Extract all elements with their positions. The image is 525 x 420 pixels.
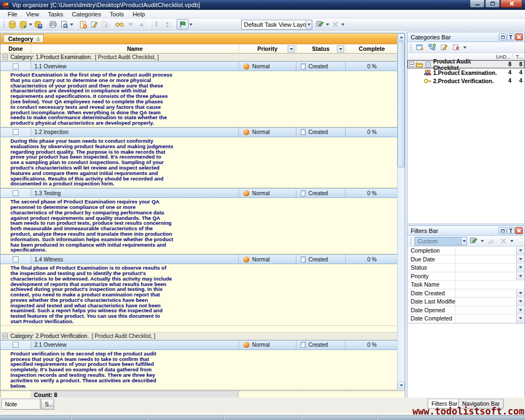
print-icon[interactable] xyxy=(48,19,59,30)
tree-row-verification[interactable]: 2.Product Verification. 4 4 xyxy=(407,77,524,85)
filter-value-field[interactable] xyxy=(456,272,516,281)
column-header-name[interactable]: Name xyxy=(31,44,238,53)
delete-category-icon[interactable] xyxy=(451,42,462,52)
task-view-layout-combo[interactable]: Default Task View Layout xyxy=(241,20,312,30)
column-header-complete[interactable]: Complete xyxy=(345,44,398,53)
note-tab[interactable]: Note xyxy=(1,399,40,410)
priority-normal-icon xyxy=(243,190,249,196)
column-undone[interactable]: UnD... xyxy=(496,53,512,60)
maximize-button[interactable] xyxy=(485,0,500,8)
filter-value-field[interactable] xyxy=(456,314,516,323)
column-header-priority[interactable]: Priority xyxy=(238,44,296,53)
scroll-up-icon[interactable] xyxy=(398,33,405,41)
done-checkbox[interactable] xyxy=(13,129,19,135)
task-row-1-1[interactable]: 1.1 Overview Normal Created 0 % xyxy=(1,61,398,71)
menu-file[interactable]: File xyxy=(3,11,22,18)
save-filter-icon[interactable] xyxy=(468,236,479,246)
tree-row-checklist[interactable]: Product Audit Checklist, 8 8 xyxy=(407,60,524,68)
notifications-flag-icon[interactable] xyxy=(177,19,189,30)
done-checkbox[interactable] xyxy=(13,256,19,262)
save-layout-icon[interactable] xyxy=(314,19,325,30)
filter-dropdown-icon[interactable] xyxy=(516,306,524,314)
edit-task-icon[interactable] xyxy=(89,19,100,30)
filter-dropdown-icon[interactable] xyxy=(516,255,524,264)
tree-row-examination[interactable]: 1.Product Examination. 4 4 xyxy=(407,68,524,77)
filter-preset-dropdown-icon[interactable] xyxy=(461,237,466,245)
filter-row-date-last-modified: Date Last Modified xyxy=(407,298,524,306)
save-layout-dropdown-icon[interactable] xyxy=(325,19,330,30)
filter-value-field[interactable] xyxy=(456,306,516,314)
done-checkbox[interactable] xyxy=(13,342,19,348)
priority-filter-dropdown-icon[interactable] xyxy=(288,45,295,52)
task-row-1-4[interactable]: 1.4 Witness Normal Created 0 % xyxy=(1,254,398,264)
filter-dropdown-icon[interactable] xyxy=(516,298,524,306)
open-database-icon[interactable] xyxy=(18,19,28,30)
new-checklist-icon[interactable] xyxy=(415,42,425,52)
filter-dropdown-icon[interactable] xyxy=(516,272,524,281)
group-by-category-button[interactable]: Category △ xyxy=(3,34,44,43)
filter-value-field[interactable] xyxy=(456,255,516,264)
scroll-down-icon[interactable] xyxy=(398,382,405,389)
menu-tools[interactable]: Tools xyxy=(106,11,129,18)
filter-row-completion: Completion xyxy=(407,247,524,255)
filter-dropdown-icon[interactable] xyxy=(516,289,524,298)
task-row-2-1[interactable]: 2.1 Overview Normal Created 0 % xyxy=(1,340,398,350)
done-checkbox[interactable] xyxy=(13,190,19,196)
layout-combo-dropdown-icon[interactable] xyxy=(306,20,312,29)
new-database-icon[interactable] xyxy=(7,19,18,30)
filter-dropdown-icon[interactable] xyxy=(516,264,524,272)
menu-view[interactable]: View xyxy=(22,11,44,18)
watermark-url: www.todolistsoft.com xyxy=(412,406,524,417)
filter-dropdown-icon[interactable] xyxy=(516,247,524,255)
print-preview-icon[interactable] xyxy=(59,19,69,30)
column-header-status[interactable]: Status xyxy=(296,44,345,53)
collapse-group-icon[interactable] xyxy=(3,334,8,339)
scrollbar-thumb[interactable] xyxy=(398,42,405,167)
panel-close-icon[interactable] xyxy=(515,227,523,234)
filter-value-field[interactable] xyxy=(456,289,516,298)
new-category-icon[interactable] xyxy=(427,42,438,52)
filters-toolbar-overflow-icon[interactable] xyxy=(510,236,514,246)
close-button[interactable] xyxy=(500,0,522,8)
task-row-1-2[interactable]: 1.2 Inspection Normal Created 0 % xyxy=(1,127,398,137)
save-filter-dropdown-icon[interactable] xyxy=(480,236,485,246)
filter-preset-combo[interactable]: Custom xyxy=(415,237,467,246)
minimize-button[interactable] xyxy=(470,0,485,8)
task-row-1-3[interactable]: 1.3 Testing Normal Created 0 % xyxy=(1,188,398,198)
priority-value: Normal xyxy=(252,129,270,135)
open-database-dropdown-icon[interactable] xyxy=(28,19,33,30)
panel-pin-icon[interactable] xyxy=(507,227,515,234)
print-dropdown-icon[interactable] xyxy=(69,19,74,30)
panel-pin-icon[interactable] xyxy=(507,33,515,40)
collapse-tree-icon[interactable] xyxy=(409,62,414,67)
status-filter-dropdown-icon[interactable] xyxy=(337,45,344,52)
group-row-1[interactable]: Category: 1.Product Examination. [ Produ… xyxy=(1,54,398,61)
filter-value-field[interactable] xyxy=(456,298,516,306)
new-task-icon[interactable] xyxy=(78,19,89,30)
done-checkbox[interactable] xyxy=(13,63,19,69)
column-total[interactable]: T... xyxy=(512,53,524,60)
edit-category-icon[interactable] xyxy=(439,42,450,52)
column-header-done[interactable]: Done xyxy=(1,44,31,53)
categories-toolbar-overflow-icon[interactable] xyxy=(463,42,467,52)
filter-label: Priority xyxy=(407,272,456,281)
panel-close-icon[interactable] xyxy=(515,33,523,40)
view-glasses-icon[interactable] xyxy=(114,19,125,30)
filter-dropdown-icon[interactable] xyxy=(516,314,524,323)
panel-restore-icon[interactable] xyxy=(499,227,506,234)
group-row-2[interactable]: Category: 2.Product Verification. [ Prod… xyxy=(1,332,398,340)
filter-value-field[interactable] xyxy=(456,264,516,272)
menu-help[interactable]: Help xyxy=(128,11,149,18)
filter-value-field[interactable] xyxy=(456,247,516,255)
s-tab[interactable]: S... xyxy=(41,399,54,410)
toolbar-overflow-icon[interactable] xyxy=(341,19,345,30)
collapse-group-icon[interactable] xyxy=(3,55,8,60)
panel-restore-icon[interactable] xyxy=(499,33,506,40)
menu-tasks[interactable]: Tasks xyxy=(43,11,67,18)
task-description: During this phase your team needs to con… xyxy=(10,138,394,186)
menu-categories[interactable]: Categories xyxy=(68,11,106,18)
filter-value-field[interactable] xyxy=(456,281,524,289)
notifications-dropdown-icon[interactable] xyxy=(189,19,193,30)
vertical-scrollbar[interactable] xyxy=(397,33,405,389)
save-database-icon[interactable] xyxy=(33,19,44,30)
